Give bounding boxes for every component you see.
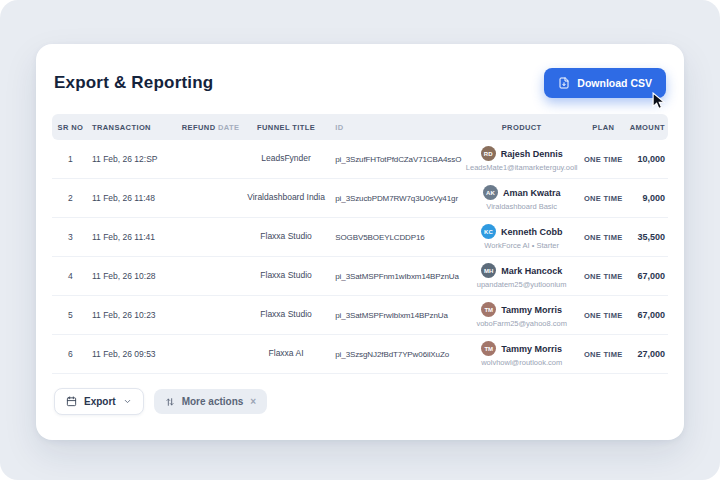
avatar: AK (483, 185, 498, 200)
file-download-icon (558, 77, 570, 89)
cell-amount: 35,500 (625, 232, 668, 242)
cell-plan: ONE TIME (582, 350, 625, 359)
column-header-sr-no: SR NO (52, 123, 89, 132)
cell-sr-no: 6 (52, 349, 89, 359)
product-email: wolvhowl@routlook.com (481, 358, 562, 367)
column-header-funnel-title: FUNNEL TITLE (240, 123, 332, 132)
cell-sr-no: 4 (52, 271, 89, 281)
cell-product: RD Rajesh Dennis LeadsMate1@itamarketerg… (462, 146, 582, 172)
column-header-refund-date: REFUND DATE (181, 123, 240, 132)
product-identity: TM Tammy Morris (481, 341, 562, 356)
page: Export & Reporting Download CSV SR NO TR… (0, 0, 720, 480)
cell-transaction: 11 Feb, 26 11:48 (89, 193, 181, 203)
download-csv-button[interactable]: Download CSV (544, 68, 666, 98)
product-email: Viraldashboard Basic (486, 202, 557, 211)
export-button[interactable]: Export (54, 388, 144, 415)
table-row: 5 11 Feb, 26 10:23 Flaxxa Studio pi_3Sat… (52, 296, 668, 335)
cell-id: SOGBV5BOEYLCDDP16 (332, 233, 461, 242)
cell-product: KC Kenneth Cobb WorkForce AI • Starter (462, 224, 582, 250)
product-email: LeadsMate1@itamarketerguy.ooll (466, 163, 578, 172)
table-row: 6 11 Feb, 26 09:53 Flaxxa AI pi_3SzsgNJ2… (52, 335, 668, 374)
card-footer: Export More actions × (52, 374, 668, 429)
cell-sr-no: 3 (52, 232, 89, 242)
cell-amount: 27,000 (625, 349, 668, 359)
cell-amount: 9,000 (625, 193, 668, 203)
download-csv-label: Download CSV (577, 77, 652, 89)
cell-funnel-title: Flaxxa Studio (240, 231, 332, 242)
cell-amount: 10,000 (625, 154, 668, 164)
product-email: upandatem25@yutloonium (477, 280, 567, 289)
column-header-product: PRODUCT (462, 123, 582, 132)
cell-funnel-title: Flaxxa AI (240, 348, 332, 359)
avatar: MH (481, 263, 496, 278)
product-name: Tammy Morris (501, 305, 562, 315)
calendar-icon (66, 396, 77, 407)
product-identity: AK Aman Kwatra (483, 185, 561, 200)
cell-id: pi_3SzufFHTotPfdCZaV71CBA4ssO (332, 155, 461, 164)
more-actions-chip[interactable]: More actions × (154, 389, 268, 414)
cell-product: TM Tammy Morris voboFarm25@yahoo8.com (462, 302, 582, 328)
cell-product: TM Tammy Morris wolvhowl@routlook.com (462, 341, 582, 367)
avatar: TM (481, 302, 496, 317)
product-name: Mark Hancock (501, 266, 562, 276)
arrows-up-down-icon (165, 397, 175, 407)
cell-transaction: 11 Feb, 26 10:23 (89, 310, 181, 320)
table-header: SR NO TRANSACTION REFUND DATE FUNNEL TIT… (52, 114, 668, 140)
close-icon[interactable]: × (250, 397, 256, 407)
cell-plan: ONE TIME (582, 194, 625, 203)
product-name: Tammy Morris (501, 344, 562, 354)
table-row: 2 11 Feb, 26 11:48 Viraldashboard India … (52, 179, 668, 218)
product-identity: RD Rajesh Dennis (481, 146, 563, 161)
avatar: RD (481, 146, 496, 161)
column-header-id: ID (332, 123, 461, 132)
cell-amount: 67,000 (625, 310, 668, 320)
more-actions-label: More actions (182, 396, 244, 407)
cell-product: AK Aman Kwatra Viraldashboard Basic (462, 185, 582, 211)
cell-product: MH Mark Hancock upandatem25@yutloonium (462, 263, 582, 289)
cell-sr-no: 2 (52, 193, 89, 203)
cell-funnel-title: Flaxxa Studio (240, 270, 332, 281)
cell-funnel-title: LeadsFynder (240, 153, 332, 164)
cell-plan: ONE TIME (582, 272, 625, 281)
column-header-plan: PLAN (582, 123, 625, 132)
table-row: 3 11 Feb, 26 11:41 Flaxxa Studio SOGBV5B… (52, 218, 668, 257)
cell-transaction: 11 Feb, 26 11:41 (89, 232, 181, 242)
column-header-amount: AMOUNT (625, 123, 668, 132)
column-header-transaction: TRANSACTION (89, 123, 181, 132)
cell-plan: ONE TIME (582, 155, 625, 164)
cell-funnel-title: Viraldashboard India (240, 192, 332, 203)
product-name: Aman Kwatra (503, 188, 561, 198)
cell-transaction: 11 Feb, 26 12:SP (89, 154, 181, 164)
product-name: Rajesh Dennis (501, 149, 563, 159)
cell-id: pi_3SzucbPDM7RW7q3U0sVy41gr (332, 194, 461, 203)
cell-plan: ONE TIME (582, 311, 625, 320)
refund-date-sub-label: DATE (218, 123, 239, 132)
card-header: Export & Reporting Download CSV (52, 44, 668, 114)
cell-id: pi_3SatMSPFnm1wIbxm14BPznUa (332, 272, 461, 281)
export-reporting-card: Export & Reporting Download CSV SR NO TR… (36, 44, 684, 440)
table-row: 4 11 Feb, 26 10:28 Flaxxa Studio pi_3Sat… (52, 257, 668, 296)
cell-transaction: 11 Feb, 26 09:53 (89, 349, 181, 359)
product-identity: MH Mark Hancock (481, 263, 562, 278)
product-email: voboFarm25@yahoo8.com (476, 319, 567, 328)
cell-funnel-title: Flaxxa Studio (240, 309, 332, 320)
product-identity: KC Kenneth Cobb (481, 224, 563, 239)
cell-id: pi_3SzsgNJ2fBdT7YPw06ilXuZo (332, 350, 461, 359)
product-name: Kenneth Cobb (501, 227, 563, 237)
page-title: Export & Reporting (54, 73, 213, 93)
product-identity: TM Tammy Morris (481, 302, 562, 317)
refund-label: REFUND (182, 123, 216, 132)
table-body: 1 11 Feb, 26 12:SP LeadsFynder pi_3SzufF… (52, 140, 668, 374)
cell-plan: ONE TIME (582, 233, 625, 242)
cell-sr-no: 1 (52, 154, 89, 164)
chevron-down-icon (123, 397, 132, 406)
table-row: 1 11 Feb, 26 12:SP LeadsFynder pi_3SzufF… (52, 140, 668, 179)
product-email: WorkForce AI • Starter (484, 241, 559, 250)
avatar: KC (481, 224, 496, 239)
cell-sr-no: 5 (52, 310, 89, 320)
cell-id: pi_3SatMSPFrwIblxm14BPznUa (332, 311, 461, 320)
cell-amount: 67,000 (625, 271, 668, 281)
avatar: TM (481, 341, 496, 356)
cell-transaction: 11 Feb, 26 10:28 (89, 271, 181, 281)
export-button-label: Export (84, 396, 116, 407)
